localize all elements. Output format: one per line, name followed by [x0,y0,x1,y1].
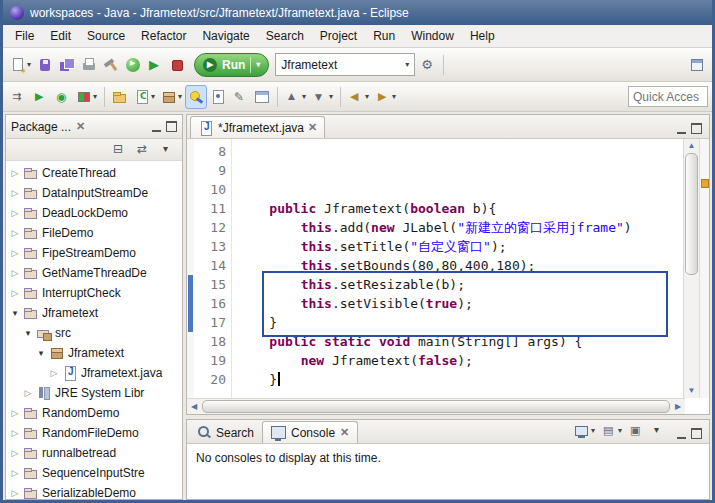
code-area[interactable]: public Jframetext(boolean b){ this.add(n… [232,139,683,398]
collapse-all-button[interactable] [108,138,130,162]
console-menu-button[interactable] [647,419,669,443]
coverage-button[interactable]: ▾ [73,85,100,109]
expand-arrow-icon[interactable]: ▷ [23,388,33,398]
print-button[interactable] [78,53,100,77]
expand-arrow-icon[interactable]: ▷ [10,488,20,498]
step-filters-button[interactable] [7,85,29,109]
expand-arrow-icon[interactable]: ▷ [10,428,20,438]
run-dropdown-icon[interactable]: ▾ [256,60,260,70]
profile-button[interactable] [51,85,73,109]
expand-arrow-icon[interactable]: ▷ [49,368,59,378]
tree-item-src[interactable]: ▾src [6,323,182,343]
forward-button[interactable]: ▾ [372,85,399,109]
display-console-button[interactable]: ▾ [598,419,625,443]
minimize-icon[interactable] [152,122,161,132]
expand-arrow-icon[interactable]: ▷ [10,448,20,458]
scroll-up-icon[interactable]: ▲ [684,139,699,153]
menu-item-navigate[interactable]: Navigate [194,26,257,46]
package-explorer-title[interactable]: Package ... [11,120,71,134]
menu-item-window[interactable]: Window [403,26,462,46]
quick-access-input[interactable] [628,86,708,107]
editor-tab-jframetext[interactable]: *Jframetext.java ✕ [190,116,325,138]
save-all-button[interactable] [56,53,78,77]
run-button[interactable]: ▶ Run ▾ [194,53,269,77]
collapse-arrow-icon[interactable]: ▾ [36,348,46,358]
save-button[interactable] [34,53,56,77]
run-last-button[interactable] [29,85,51,109]
java-perspective-button[interactable] [686,53,708,77]
menu-item-run[interactable]: Run [365,26,403,46]
maximize-icon[interactable] [691,428,702,439]
previous-annotation-button[interactable]: ▾ [282,85,309,109]
build-hammer-button[interactable] [100,53,122,77]
tree-item-jframetext[interactable]: ▾Jframetext [6,343,182,363]
expand-arrow-icon[interactable]: ▷ [10,408,20,418]
tree-item-getnamethreadde[interactable]: ▷GetNameThreadDe [6,263,182,283]
tree-item-randomfiledemo[interactable]: ▷RandomFileDemo [6,423,182,443]
close-icon[interactable]: ✕ [308,121,317,134]
dropdown-arrow-icon[interactable]: ▾ [178,92,182,102]
vertical-scrollbar[interactable]: ▲ ▼ [683,139,699,398]
dropdown-arrow-icon[interactable]: ▾ [392,92,396,102]
link-editor-button[interactable] [132,138,154,162]
new-class-button[interactable]: ▾ [131,85,158,109]
dropdown-arrow-icon[interactable]: ▾ [27,60,31,70]
next-annotation-button[interactable]: ▾ [309,85,336,109]
tree-item-jframetext-java[interactable]: ▷Jframetext.java [6,363,182,383]
new-package-button[interactable]: ▾ [158,85,185,109]
tree-item-fipestreamdemo[interactable]: ▷FipeStreamDemo [6,243,182,263]
maximize-icon[interactable] [166,121,177,132]
maximize-icon[interactable] [691,123,702,134]
expand-arrow-icon[interactable]: ▷ [10,208,20,218]
tree-item-deadlockdemo[interactable]: ▷DeadLockDemo [6,203,182,223]
stop-button[interactable] [166,53,188,77]
combo-dropdown-icon[interactable]: ▾ [405,60,409,70]
tree-item-datainputstreamde[interactable]: ▷DataInputStreamDe [6,183,182,203]
menu-item-search[interactable]: Search [258,26,312,46]
tab-console[interactable]: Console✕ [262,421,358,443]
scroll-left-icon[interactable]: ◀ [187,402,201,411]
tree-item-randomdemo[interactable]: ▷RandomDemo [6,403,182,423]
menu-item-help[interactable]: Help [462,26,503,46]
back-button[interactable]: ▾ [345,85,372,109]
view-menu-button[interactable] [156,138,178,162]
close-icon[interactable]: ✕ [76,120,85,133]
expand-arrow-icon[interactable]: ▷ [10,468,20,478]
horizontal-scroll-thumb[interactable] [202,400,670,413]
annotation-button[interactable] [229,85,251,109]
expand-arrow-icon[interactable]: ▷ [10,228,20,238]
new-wizard-button[interactable]: ▾ [7,53,34,77]
scroll-down-icon[interactable]: ▼ [684,384,699,398]
pin-console-button[interactable] [625,419,647,443]
minimize-icon[interactable] [677,124,686,134]
table-button[interactable] [251,85,273,109]
expand-arrow-icon[interactable]: ▷ [10,268,20,278]
annotation-marker[interactable] [701,179,709,188]
launch-config-combo[interactable]: Jframetext ▾ [275,53,415,76]
import-folder-button[interactable] [109,85,131,109]
dropdown-arrow-icon[interactable]: ▾ [151,92,155,102]
tree-item-runnalbetread[interactable]: ▷runnalbetread [6,443,182,463]
search-flashlight-button[interactable] [185,85,207,109]
dropdown-arrow-icon[interactable]: ▾ [591,426,595,436]
dropdown-arrow-icon[interactable]: ▾ [618,426,622,436]
vertical-scroll-thumb[interactable] [685,153,698,275]
dropdown-arrow-icon[interactable]: ▾ [329,92,333,102]
scroll-right-icon[interactable]: ▶ [671,402,685,411]
menu-item-edit[interactable]: Edit [42,26,79,46]
open-console-button[interactable]: ▾ [571,419,598,443]
horizontal-scrollbar[interactable]: ◀ ▶ [187,398,685,414]
dropdown-arrow-icon[interactable]: ▾ [302,92,306,102]
dropdown-arrow-icon[interactable]: ▾ [365,92,369,102]
tree-item-interruptcheck[interactable]: ▷InterruptCheck [6,283,182,303]
gear-button[interactable] [417,53,439,77]
expand-arrow-icon[interactable]: ▷ [10,248,20,258]
close-icon[interactable]: ✕ [340,426,349,439]
collapse-arrow-icon[interactable]: ▾ [23,328,33,338]
menu-item-file[interactable]: File [7,26,42,46]
tab-search[interactable]: Search [190,422,262,443]
expand-arrow-icon[interactable]: ▷ [10,288,20,298]
tree-item-sequenceinputstre[interactable]: ▷SequenceInputStre [6,463,182,483]
debug-button[interactable] [122,53,144,77]
tree-item-jframetext[interactable]: ▾Jframetext [6,303,182,323]
